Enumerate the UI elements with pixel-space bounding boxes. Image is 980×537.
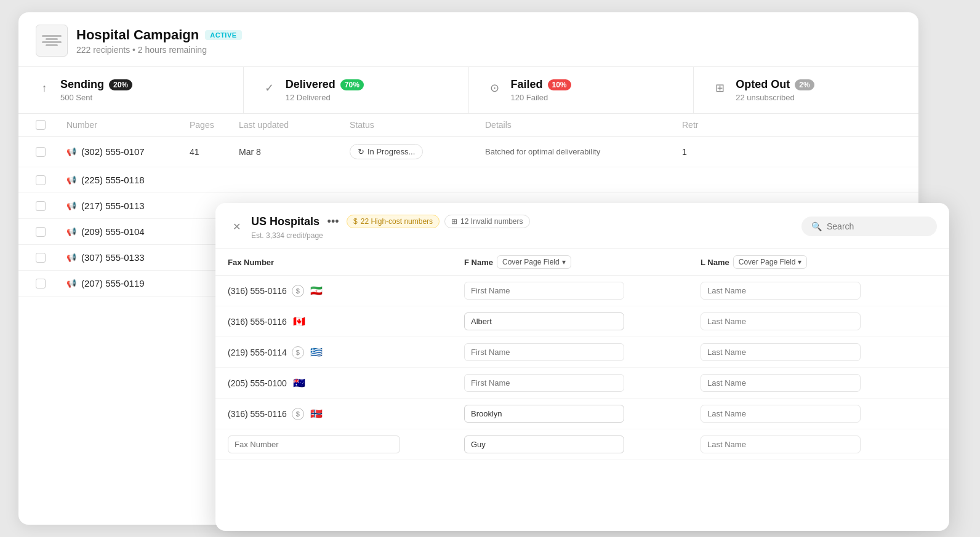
sending-icon: ↑ <box>36 79 53 97</box>
search-icon: 🔍 <box>811 221 822 231</box>
flag-icon: 🇬🇷 <box>309 347 324 358</box>
overlay-table-header: Fax Number F Name Cover Page Field ▾ L N… <box>215 249 949 276</box>
search-box[interactable]: 🔍 <box>801 217 937 236</box>
search-input[interactable] <box>827 221 925 231</box>
sending-sub: 500 Sent <box>60 93 132 102</box>
high-cost-icon: $ <box>292 346 304 359</box>
first-name-input[interactable] <box>464 282 624 300</box>
opted-out-sub: 22 unsubscribed <box>736 93 814 102</box>
campaign-meta: 222 recipients • 2 hours remaining <box>76 45 242 55</box>
overlay-table-row: (205) 555-0100 🇦🇺 <box>215 368 949 399</box>
col-number: Number <box>66 120 190 130</box>
overlay-table-row: (219) 555-0114 $ 🇬🇷 <box>215 337 949 368</box>
col-lname-wrap: L Name Cover Page Field ▾ <box>701 255 937 269</box>
l-name-cover-select[interactable]: Cover Page Field ▾ <box>733 255 808 269</box>
first-name-input[interactable] <box>464 312 624 330</box>
failed-icon: ⊙ <box>486 79 504 97</box>
delivered-pct: 70% <box>340 79 364 90</box>
overlay-table-row: (316) 555-0116 $ 🇮🇷 <box>215 276 949 306</box>
last-name-input[interactable] <box>701 374 861 392</box>
row-checkbox[interactable] <box>36 175 66 185</box>
flag-icon: 🇦🇺 <box>292 378 307 389</box>
last-name-input[interactable] <box>701 312 861 330</box>
close-button[interactable]: ✕ <box>228 218 245 235</box>
failed-pct: 10% <box>548 79 571 90</box>
table-header: Number Pages Last updated Status Details… <box>18 114 918 137</box>
chevron-down-icon: ▾ <box>562 258 566 266</box>
failed-sub: 120 Failed <box>511 93 571 102</box>
invalid-numbers-chip[interactable]: ⊞ 12 Invalid numbers <box>444 215 529 228</box>
f-name-cover-select[interactable]: Cover Page Field ▾ <box>497 255 571 269</box>
table-row: 📢 (302) 555-0107 41 Mar 8 ↻ In Progress.… <box>18 137 918 167</box>
high-cost-icon: $ <box>292 408 304 420</box>
recipient-list-overlay: ✕ US Hospitals ••• $ 22 High-cost number… <box>215 203 949 531</box>
sending-pct: 20% <box>109 79 132 90</box>
stat-sending: ↑ Sending 20% 500 Sent <box>18 67 244 113</box>
high-cost-icon: $ <box>292 285 304 297</box>
row-checkbox[interactable] <box>36 253 66 263</box>
overlay-subtitle: Est. 3,334 credit/page <box>251 231 530 240</box>
last-name-input[interactable] <box>701 343 861 361</box>
col-f-name: F Name <box>464 258 493 267</box>
speaker-icon: 📢 <box>66 253 76 262</box>
last-name-input[interactable] <box>701 282 861 300</box>
col-pages: Pages <box>190 120 239 130</box>
row-checkbox[interactable] <box>36 279 66 288</box>
opted-out-pct: 2% <box>795 79 814 90</box>
stat-opted-out: ⊞ Opted Out 2% 22 unsubscribed <box>694 67 918 113</box>
overlay-table-row: (316) 555-0116 $ 🇳🇴 <box>215 399 949 429</box>
stat-delivered: ✓ Delivered 70% 12 Delivered <box>244 67 469 113</box>
col-status: Status <box>350 120 485 130</box>
delivered-sub: 12 Delivered <box>286 93 364 102</box>
delivered-icon: ✓ <box>261 79 278 97</box>
col-retry: Retr <box>682 120 744 130</box>
overlay-header: ✕ US Hospitals ••• $ 22 High-cost number… <box>215 203 949 249</box>
fax-number-input[interactable] <box>228 436 400 453</box>
last-name-input[interactable] <box>701 405 861 423</box>
row-checkbox[interactable] <box>36 147 66 157</box>
in-progress-icon: ↻ <box>358 147 364 156</box>
col-details: Details <box>485 120 682 130</box>
overlay-title: US Hospitals <box>251 215 319 228</box>
flag-icon: 🇳🇴 <box>309 408 324 420</box>
more-options-button[interactable]: ••• <box>324 213 342 230</box>
flag-icon: 🇨🇦 <box>292 316 307 327</box>
grid-icon: ⊞ <box>451 217 457 226</box>
chevron-down-icon: ▾ <box>798 258 801 266</box>
high-cost-chip[interactable]: $ 22 High-cost numbers <box>347 215 440 228</box>
select-all-cell[interactable] <box>36 120 66 130</box>
overlay-table-row: (316) 555-0116 🇨🇦 <box>215 306 949 337</box>
campaign-title: Hospital Campaign ACTIVE <box>76 27 242 43</box>
overlay-table: Fax Number F Name Cover Page Field ▾ L N… <box>215 249 949 531</box>
col-fname-wrap: F Name Cover Page Field ▾ <box>464 255 701 269</box>
stat-failed: ⊙ Failed 10% 120 Failed <box>469 67 694 113</box>
first-name-input[interactable] <box>464 405 624 423</box>
col-last-updated: Last updated <box>239 120 350 130</box>
last-name-input[interactable] <box>701 436 861 453</box>
flag-icon: 🇮🇷 <box>309 285 324 296</box>
first-name-input[interactable] <box>464 374 624 392</box>
campaign-thumbnail <box>36 25 68 57</box>
overlay-table-row <box>215 429 949 460</box>
speaker-icon: 📢 <box>66 201 76 210</box>
row-checkbox[interactable] <box>36 227 66 237</box>
col-l-name: L Name <box>701 258 729 267</box>
stats-row: ↑ Sending 20% 500 Sent ✓ Delivered 70% <box>18 67 918 114</box>
campaign-header: Hospital Campaign ACTIVE 222 recipients … <box>18 12 918 67</box>
speaker-icon: 📢 <box>66 227 76 236</box>
table-row: 📢 (225) 555-0118 <box>18 167 918 193</box>
speaker-icon: 📢 <box>66 279 76 288</box>
active-badge: ACTIVE <box>205 30 241 40</box>
speaker-icon: 📢 <box>66 147 76 156</box>
opted-out-icon: ⊞ <box>711 79 728 97</box>
first-name-input[interactable] <box>464 343 624 361</box>
col-fax-number: Fax Number <box>228 258 464 267</box>
first-name-input[interactable] <box>464 436 624 453</box>
dollar-icon: $ <box>353 217 358 226</box>
row-checkbox[interactable] <box>36 201 66 211</box>
speaker-icon: 📢 <box>66 175 76 185</box>
